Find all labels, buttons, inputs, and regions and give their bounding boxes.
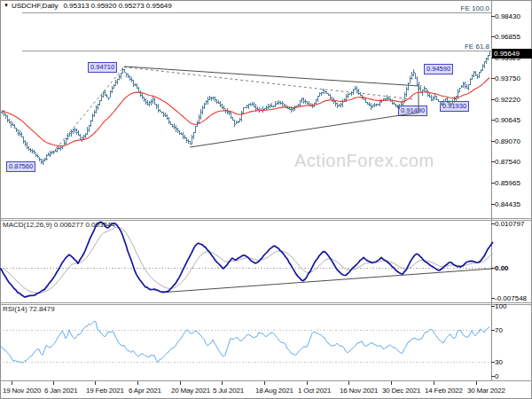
time-axis-label: 1 Oct 2021 — [298, 387, 331, 395]
time-axis-label: 18 Aug 2021 — [255, 387, 293, 395]
rsi-indicator-label: RSI(14) 72.8479 — [3, 305, 55, 313]
price-axis-label: 0.92220 — [495, 96, 520, 104]
price-axis-label: 0.93750 — [495, 74, 520, 82]
time-axis-label: 14 Feb 2022 — [425, 387, 463, 395]
price-axis-label: 0.90645 — [495, 116, 520, 124]
fe-100-label: FE 100.0 — [461, 4, 489, 12]
price-axis-label: 0.89070 — [495, 137, 520, 145]
rsi-axis-label: 100 — [495, 302, 506, 310]
current-price-tag: 0.95649 — [492, 49, 532, 59]
chart-window: ActionForex.com 0.94710 0.87560 0.94590 … — [0, 0, 532, 399]
price-axis-label: 0.96855 — [495, 33, 520, 41]
time-axis-label: 6 Apr 2021 — [129, 387, 161, 395]
price-axis-label: 0.87540 — [495, 158, 520, 166]
symbol-title: USDCHF,Daily — [12, 2, 58, 10]
time-axis-label: 16 Nov 2021 — [340, 387, 378, 395]
macd-axis-label: 0.00 — [495, 264, 509, 272]
time-axis-label: 19 Nov 2020 — [3, 387, 41, 395]
rsi-axis-label: 0 — [495, 372, 498, 380]
rsi-axis-label: 30 — [495, 358, 503, 366]
time-axis-label: 19 Feb 2021 — [86, 387, 124, 395]
ohlc-readout: 0.95313 0.95920 0.95273 0.95649 — [63, 2, 171, 10]
titlebar: ▼USDCHF,Daily0.95313 0.95920 0.95273 0.9… — [4, 2, 172, 10]
collapse-icon[interactable]: ▼ — [4, 3, 9, 8]
rsi-axis-label: 70 — [495, 326, 503, 334]
fe-618-label: FE 61.8 — [465, 43, 489, 51]
price-axis-label: 0.85965 — [495, 179, 520, 187]
macd-axis-label: 0.010797 — [495, 220, 524, 228]
macd-indicator-label: MACD(12,26,9) 0.006277 0.003544 — [3, 221, 115, 229]
price-axis-label: 0.98430 — [495, 12, 520, 20]
time-axis-label: 30 Mar 2022 — [467, 387, 505, 395]
time-axis-label: 20 May 2021 — [171, 387, 210, 395]
chart-canvas[interactable] — [0, 0, 532, 399]
time-axis-label: 6 Jan 2021 — [44, 387, 78, 395]
time-axis-label: 5 Jul 2021 — [213, 387, 244, 395]
time-axis-label: 30 Dec 2021 — [382, 387, 420, 395]
price-axis-label: 0.84435 — [495, 200, 520, 208]
